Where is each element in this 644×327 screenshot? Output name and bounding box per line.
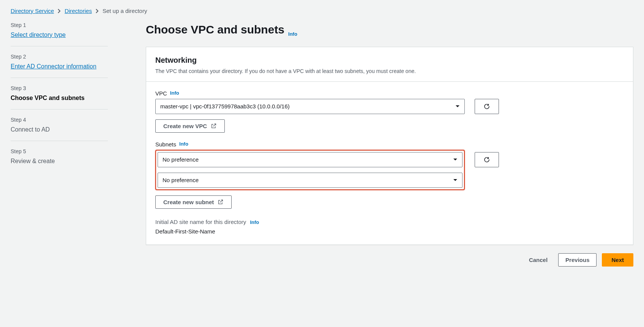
site-name-value: Default-First-Site-Name — [155, 227, 624, 235]
create-subnet-button[interactable]: Create new subnet — [155, 195, 232, 209]
caret-down-icon — [453, 179, 458, 182]
vpc-label-text: VPC — [155, 89, 167, 97]
subnet1-value: No preference — [163, 156, 199, 164]
breadcrumb-directories[interactable]: Directories — [65, 7, 92, 15]
page-title: Choose VPC and subnets Info — [146, 22, 633, 38]
subnets-label-text: Subnets — [155, 140, 176, 148]
site-name-label: Initial AD site name for this directory … — [155, 218, 624, 226]
breadcrumb-root[interactable]: Directory Service — [11, 7, 54, 15]
step-num: Step 2 — [11, 53, 108, 61]
refresh-icon — [483, 103, 490, 110]
external-link-icon — [211, 123, 217, 129]
wizard-steps: Step 1 Select directory type Step 2 Ente… — [11, 22, 108, 267]
cancel-button[interactable]: Cancel — [524, 254, 553, 266]
create-vpc-label: Create new VPC — [163, 123, 207, 129]
breadcrumb-current: Set up a directory — [103, 7, 147, 15]
external-link-icon — [218, 199, 224, 205]
main-content: Choose VPC and subnets Info Networking T… — [146, 22, 633, 267]
info-link[interactable]: Info — [288, 31, 297, 38]
panel-title: Networking — [155, 55, 624, 65]
caret-down-icon — [453, 158, 458, 161]
breadcrumb: Directory Service Directories Set up a d… — [11, 7, 633, 15]
wizard-step-3: Step 3 Choose VPC and subnets — [11, 78, 108, 110]
panel-desc: The VPC that contains your directory. If… — [155, 68, 624, 75]
wizard-step-5: Step 5 Review & create — [11, 141, 108, 172]
info-link-subnets[interactable]: Info — [179, 141, 188, 148]
step-num: Step 3 — [11, 85, 108, 92]
chevron-right-icon — [58, 9, 61, 13]
vpc-label: VPC Info — [155, 89, 624, 97]
step-num: Step 4 — [11, 116, 108, 124]
site-label-text: Initial AD site name for this directory — [155, 219, 246, 225]
subnets-highlight: No preference No preference — [155, 150, 465, 190]
caret-down-icon — [455, 105, 460, 108]
info-link-vpc[interactable]: Info — [170, 90, 179, 97]
refresh-icon — [483, 156, 490, 163]
step-future: Connect to AD — [11, 125, 108, 134]
step-future: Review & create — [11, 157, 108, 165]
wizard-step-1: Step 1 Select directory type — [11, 22, 108, 46]
subnet2-value: No preference — [163, 176, 199, 184]
panel-header: Networking The VPC that contains your di… — [146, 47, 633, 82]
subnet2-select[interactable]: No preference — [158, 173, 462, 188]
next-button[interactable]: Next — [602, 253, 633, 267]
step-link-connector-info[interactable]: Enter AD Connector information — [11, 62, 96, 71]
create-subnet-label: Create new subnet — [163, 199, 214, 205]
wizard-step-2: Step 2 Enter AD Connector information — [11, 46, 108, 78]
refresh-subnets-button[interactable] — [475, 152, 499, 167]
wizard-step-4: Step 4 Connect to AD — [11, 110, 108, 141]
page-title-text: Choose VPC and subnets — [146, 22, 284, 38]
step-num: Step 5 — [11, 148, 108, 156]
refresh-vpc-button[interactable] — [475, 99, 499, 114]
chevron-right-icon — [96, 9, 99, 13]
wizard-footer: Cancel Previous Next — [146, 245, 633, 267]
create-vpc-button[interactable]: Create new VPC — [155, 119, 225, 133]
step-current: Choose VPC and subnets — [11, 94, 108, 102]
networking-panel: Networking The VPC that contains your di… — [146, 47, 633, 245]
info-link-site[interactable]: Info — [250, 219, 259, 225]
step-num: Step 1 — [11, 22, 108, 29]
step-link-select-type[interactable]: Select directory type — [11, 31, 66, 39]
previous-button[interactable]: Previous — [558, 253, 597, 267]
subnets-label: Subnets Info — [155, 140, 624, 148]
vpc-select-value: master-vpc | vpc-0f137759978aab3c3 (10.0… — [160, 102, 290, 110]
subnet1-select[interactable]: No preference — [158, 152, 462, 167]
vpc-select[interactable]: master-vpc | vpc-0f137759978aab3c3 (10.0… — [155, 99, 465, 114]
